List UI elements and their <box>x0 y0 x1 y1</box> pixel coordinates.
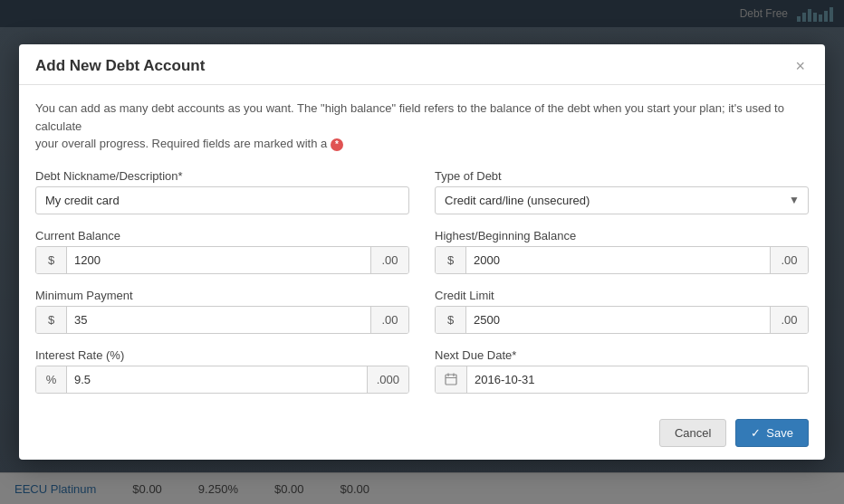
current-balance-suffix: .00 <box>370 247 408 273</box>
type-of-debt-label: Type of Debt <box>435 169 809 183</box>
minimum-payment-label: Minimum Payment <box>35 289 409 302</box>
calendar-icon <box>436 366 467 393</box>
info-text-line1: You can add as many debt accounts as you… <box>35 101 784 133</box>
info-text-line2: your overall progress. Required fields a… <box>35 137 327 150</box>
minimum-payment-prefix: $ <box>36 307 67 333</box>
highest-balance-input-group: $ .00 <box>435 246 809 274</box>
interest-rate-suffix: .000 <box>367 366 408 393</box>
debt-nickname-input[interactable] <box>35 186 409 214</box>
close-button[interactable]: × <box>791 58 809 74</box>
highest-balance-suffix: .00 <box>770 247 808 273</box>
interest-rate-input-group: % .000 <box>35 366 409 394</box>
debt-nickname-group: Debt Nickname/Description* <box>35 169 409 214</box>
save-button[interactable]: ✓ Save <box>735 419 809 447</box>
minimum-payment-suffix: .00 <box>370 307 408 333</box>
modal-dialog: Add New Debt Account × You can add as ma… <box>19 44 825 460</box>
highest-balance-label: Highest/Beginning Balance <box>435 229 809 242</box>
highest-balance-prefix: $ <box>436 247 466 273</box>
minimum-payment-group: Minimum Payment $ .00 <box>35 289 409 334</box>
interest-rate-group: Interest Rate (%) % .000 <box>35 348 409 394</box>
cancel-button[interactable]: Cancel <box>659 419 726 447</box>
modal-title: Add New Debt Account <box>35 57 205 75</box>
current-balance-group: Current Balance $ .00 <box>35 229 409 274</box>
modal-overlay: Add New Debt Account × You can add as ma… <box>0 0 844 504</box>
next-due-date-input-group <box>435 366 809 394</box>
modal-header: Add New Debt Account × <box>19 44 825 85</box>
next-due-date-input[interactable] <box>467 366 808 393</box>
current-balance-prefix: $ <box>36 247 67 273</box>
required-star: * <box>331 138 343 151</box>
modal-footer: Cancel ✓ Save <box>19 410 825 460</box>
credit-limit-group: Credit Limit $ .00 <box>435 289 809 334</box>
modal-body: You can add as many debt accounts as you… <box>19 85 825 410</box>
interest-rate-prefix: % <box>36 366 67 393</box>
svg-rect-0 <box>446 375 456 385</box>
minimum-payment-input-group: $ .00 <box>35 306 409 334</box>
current-balance-label: Current Balance <box>35 229 409 242</box>
credit-limit-input-group: $ .00 <box>435 306 809 334</box>
credit-limit-suffix: .00 <box>770 307 808 333</box>
interest-rate-input[interactable] <box>67 366 367 393</box>
current-balance-input[interactable] <box>67 247 370 273</box>
current-balance-input-group: $ .00 <box>35 246 409 274</box>
form-grid: Debt Nickname/Description* Type of Debt … <box>35 169 809 394</box>
save-checkmark-icon: ✓ <box>751 426 761 440</box>
interest-rate-label: Interest Rate (%) <box>35 348 409 362</box>
next-due-date-label: Next Due Date* <box>435 348 809 362</box>
type-of-debt-select-wrap: Credit card/line (unsecured) Auto loan S… <box>435 186 809 214</box>
highest-balance-group: Highest/Beginning Balance $ .00 <box>435 229 809 274</box>
credit-limit-prefix: $ <box>436 307 466 333</box>
info-text: You can add as many debt accounts as you… <box>35 100 809 153</box>
type-of-debt-select[interactable]: Credit card/line (unsecured) Auto loan S… <box>435 186 809 214</box>
credit-limit-label: Credit Limit <box>435 289 809 302</box>
minimum-payment-input[interactable] <box>67 307 370 333</box>
save-label: Save <box>766 426 793 440</box>
next-due-date-group: Next Due Date* <box>435 348 809 394</box>
type-of-debt-group: Type of Debt Credit card/line (unsecured… <box>435 169 809 214</box>
highest-balance-input[interactable] <box>466 247 770 273</box>
debt-nickname-label: Debt Nickname/Description* <box>35 169 409 183</box>
credit-limit-input[interactable] <box>466 307 770 333</box>
